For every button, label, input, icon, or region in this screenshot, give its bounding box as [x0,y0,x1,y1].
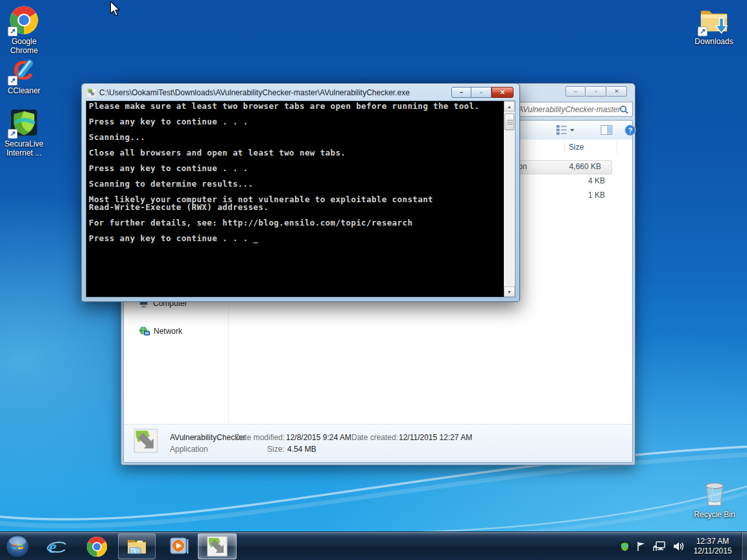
scroll-thumb[interactable] [504,113,514,130]
start-button[interactable] [5,534,30,559]
recycle-bin-icon [700,478,729,508]
desktop-icon-label: SecuraLive Internet ... [0,139,52,158]
app-file-icon [134,428,158,453]
mouse-cursor [109,1,121,17]
clock-time: 12:37 AM [687,537,738,546]
search-icon[interactable] [619,105,629,115]
size-value: 4.54 MB [287,445,316,454]
scroll-up-button[interactable]: ▲ [504,101,515,111]
console-app-icon [87,88,96,97]
shortcut-arrow-icon: ↗ [8,76,18,86]
scroll-grip [507,120,513,121]
explorer-close-button[interactable]: ✕ [607,86,627,97]
column-separator[interactable] [617,141,617,154]
details-pane: AVulnerabilityChecker Date modified: 12/… [124,424,632,462]
date-created-value: 12/11/2015 12:27 AM [399,433,472,442]
console-maximize-button[interactable]: ▫ [471,87,492,98]
explorer-maximize-button[interactable]: ▫ [586,86,606,97]
chrome-icon: ↗ [9,5,39,35]
show-desktop-button[interactable] [741,532,747,560]
desktop-icon-downloads[interactable]: ↗ Downloads [686,5,742,46]
scroll-down-button[interactable]: ▼ [504,286,515,297]
shortcut-arrow-icon: ↗ [8,27,18,36]
clock-date: 12/11/2015 [687,546,738,556]
system-tray [619,532,685,560]
size-label: Size: [267,445,285,454]
console-output-text: Please make sure at least two browser ta… [89,102,479,242]
ccleaner-icon: C ↗ [9,54,39,84]
console-minimize-button[interactable]: – [451,87,471,98]
console-title-text: C:\Users\OokamiTest\Downloads\AVulnerabi… [99,88,410,97]
column-separator[interactable] [564,141,565,154]
desktop-icon-label: Recycle Bin [687,510,742,519]
file-size-cell: 4,660 KB [569,162,601,171]
svg-text:?: ? [628,126,633,134]
sidebar-item-label: Network [154,327,182,336]
desktop-icon-label: Google Chrome [0,37,52,55]
desktop-icon-ccleaner[interactable]: C ↗ CCleaner [0,54,52,95]
taskbar: e [0,531,747,560]
file-size-cell: 1 KB [588,191,605,200]
shortcut-arrow-icon: ↗ [698,27,707,36]
avulnerabilitychecker-taskbar-button[interactable] [198,533,237,559]
details-file-type: Application [170,445,208,454]
chrome-taskbar-icon[interactable] [86,536,108,557]
preview-pane-icon[interactable] [600,124,613,135]
desktop-icon-label: CCleaner [0,86,52,95]
network-icon [139,326,150,336]
views-icon[interactable] [556,124,575,135]
desktop-icon-recycle-bin[interactable]: Recycle Bin [687,478,742,519]
downloads-folder-icon: ↗ [699,5,729,35]
securalive-tray-icon[interactable] [619,541,630,552]
svg-text:e: e [49,537,56,557]
explorer-folder-icon [126,537,148,556]
action-center-flag-icon[interactable] [636,541,646,552]
desktop-icon-securalive[interactable]: ↗ SecuraLive Internet ... [0,108,52,158]
date-modified-value: 12/8/2015 9:24 AM [286,433,351,442]
desktop-icon-label: Downloads [686,37,742,46]
sidebar-item-network[interactable]: Network [139,326,182,336]
explorer-taskbar-button[interactable] [118,533,156,559]
internet-explorer-icon[interactable]: e [45,536,67,557]
console-scrollbar[interactable]: ▲ ▼ [504,101,515,297]
securalive-icon: ↗ [9,108,39,137]
date-modified-label: Date modified: [235,433,285,442]
console-close-button[interactable]: ✕ [492,87,514,98]
desktop: ↗ Google Chrome C ↗ CCleaner ↗ SecuraLiv… [0,0,747,560]
media-player-icon[interactable] [168,536,190,557]
help-icon[interactable]: ? [624,124,636,136]
network-tray-icon[interactable] [652,541,667,552]
console-window: C:\Users\OokamiTest\Downloads\AVulnerabi… [81,83,520,302]
taskbar-clock[interactable]: 12:37 AM 12/11/2015 [687,537,738,556]
file-size-cell: 4 KB [588,176,605,185]
explorer-minimize-button[interactable]: – [565,86,586,97]
desktop-icon-google-chrome[interactable]: ↗ Google Chrome [0,5,52,55]
volume-icon[interactable] [672,541,685,552]
shortcut-arrow-icon: ↗ [8,129,18,139]
console-output-area: Please make sure at least two browser ta… [86,100,516,298]
date-created-label: Date created: [351,433,398,442]
console-titlebar[interactable]: C:\Users\OokamiTest\Downloads\AVulnerabi… [87,87,437,98]
column-header-size[interactable]: Size [569,143,584,152]
app-green-arrow-icon [207,536,228,557]
